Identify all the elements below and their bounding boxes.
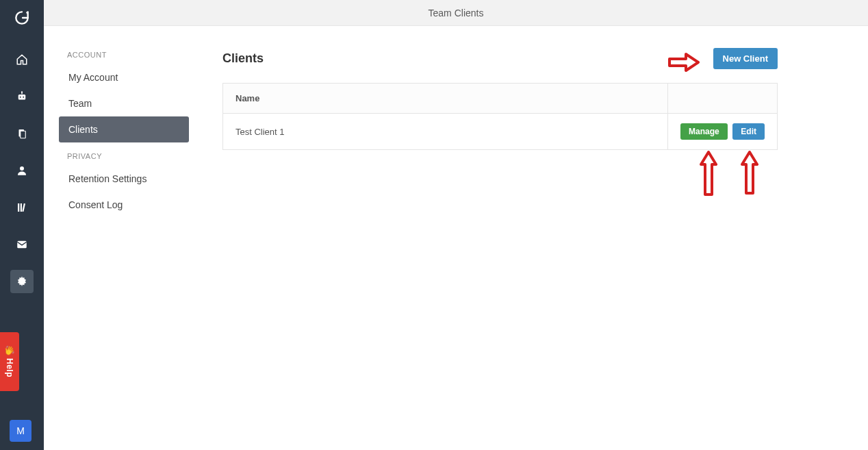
table-row: Test Client 1 Manage Edit [223, 114, 778, 150]
row-actions: Manage Edit [668, 114, 778, 150]
settings-sidebar: ACCOUNT My Account Team Clients PRIVACY … [59, 41, 189, 218]
nav-home[interactable] [10, 48, 34, 71]
nav-mail[interactable] [10, 233, 34, 256]
col-name: Name [223, 84, 668, 114]
clients-table: Name Test Client 1 Manage Edit [222, 83, 778, 150]
manage-button[interactable]: Manage [680, 123, 728, 140]
svg-rect-9 [18, 203, 19, 212]
client-name-cell: Test Client 1 [223, 114, 668, 150]
top-bar: Team Clients [44, 0, 868, 26]
nav-library[interactable] [10, 196, 34, 219]
sidebar-item-clients[interactable]: Clients [59, 116, 189, 142]
edit-button[interactable]: Edit [732, 123, 765, 140]
annotation-arrow-up-manage [700, 149, 717, 197]
user-avatar[interactable]: M [10, 420, 31, 442]
section-privacy-label: PRIVACY [59, 142, 189, 166]
page-title: Team Clients [429, 8, 484, 18]
svg-point-5 [21, 91, 23, 92]
svg-point-8 [20, 166, 24, 171]
main-content: Clients New Client Name Test Client 1 Ma… [222, 48, 778, 150]
section-account-label: ACCOUNT [59, 41, 189, 64]
wave-icon: 👋 [4, 345, 15, 355]
col-actions [668, 84, 778, 114]
svg-rect-11 [22, 203, 25, 212]
app-logo [11, 7, 33, 29]
svg-point-0 [26, 12, 28, 14]
svg-rect-1 [18, 95, 26, 100]
svg-point-2 [20, 97, 21, 98]
svg-point-3 [23, 97, 24, 98]
sidebar-item-team[interactable]: Team [59, 90, 189, 116]
sidebar-item-retention[interactable]: Retention Settings [59, 166, 189, 192]
svg-rect-7 [21, 131, 26, 138]
nav-bot[interactable] [10, 85, 34, 108]
content-heading: Clients [222, 51, 264, 66]
nav-pages[interactable] [10, 122, 34, 145]
content-header: Clients New Client [222, 48, 778, 69]
avatar-letter: M [16, 425, 25, 436]
sidebar-item-my-account[interactable]: My Account [59, 64, 189, 90]
annotation-arrow-up-edit [741, 149, 758, 196]
sidebar-item-consent-log[interactable]: Consent Log [59, 192, 189, 218]
nav-user[interactable] [10, 159, 34, 182]
new-client-button[interactable]: New Client [713, 48, 778, 69]
svg-rect-10 [21, 203, 22, 212]
help-tab[interactable]: 👋 Help [0, 332, 19, 391]
help-label: Help [5, 358, 14, 377]
nav-settings[interactable] [10, 270, 34, 293]
